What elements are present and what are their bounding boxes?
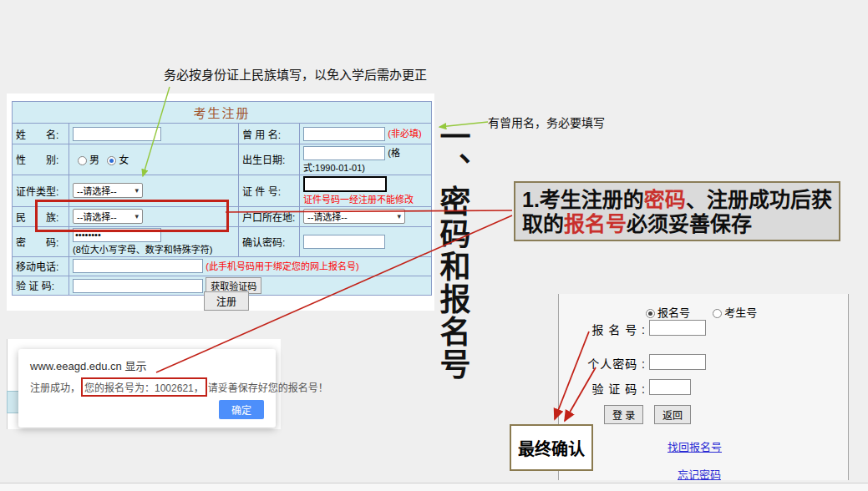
- former-name-input[interactable]: [303, 127, 385, 141]
- login-button[interactable]: 登 录: [604, 405, 643, 424]
- former-name-note: (非必填): [388, 129, 421, 139]
- id-no-input[interactable]: [303, 176, 387, 192]
- regno-radio-label: 报名号: [657, 306, 690, 319]
- residence-label: 户口所在地:: [239, 206, 300, 226]
- chevron-down-icon: ▾: [397, 212, 401, 220]
- name-label: 姓 名:: [13, 124, 69, 144]
- birth-label: 出生日期:: [239, 144, 300, 175]
- password-note: (8位大小写字母、数字和特殊字符): [73, 245, 212, 255]
- registration-form: 考生注册 姓 名: 曾 用 名: (非必填) 性 别: 男 女 出生日期: (格…: [12, 101, 432, 296]
- login-type-radios: 报名号 考生号: [641, 304, 757, 320]
- rule-highlight-box: 1.考生注册的密码、注册成功后获 取的报名号必须妥善保存: [514, 181, 840, 241]
- login-regno-input[interactable]: [649, 320, 706, 336]
- birth-input[interactable]: [303, 146, 385, 160]
- register-button[interactable]: 注册: [204, 291, 249, 311]
- regno-highlight-rect: 您的报名号为：1002621，: [81, 377, 207, 397]
- ethnicity-note: 务必按身份证上民族填写，以免入学后需办更正: [164, 65, 427, 83]
- back-button[interactable]: 返回: [654, 405, 691, 424]
- mobile-input[interactable]: [73, 259, 203, 273]
- id-no-label: 证 件 号:: [239, 175, 300, 206]
- confirm-password-input[interactable]: [303, 235, 385, 249]
- gender-female-radio[interactable]: [107, 156, 116, 165]
- regno-radio[interactable]: [646, 309, 655, 318]
- former-name-note-annotation: 有曾用名，务必要填写: [488, 114, 605, 130]
- former-name-label: 曾 用 名:: [239, 124, 300, 144]
- id-no-note: 证件号码一经注册不能修改: [303, 195, 414, 205]
- id-type-select[interactable]: --请选择-- ▾: [73, 183, 143, 198]
- ok-button[interactable]: 确定: [219, 400, 264, 419]
- mobile-note: (此手机号码用于绑定您的网上报名号): [206, 261, 358, 271]
- gender-male-label: 男: [89, 154, 99, 166]
- browser-alert-dialog: www.eeagd.edu.cn 显示 注册成功，您的报名号为：1002621，…: [18, 349, 276, 428]
- tutorial-page: 务必按身份证上民族填写，以免入学后需办更正 考生注册 姓 名: 曾 用 名: (…: [0, 0, 868, 491]
- name-input[interactable]: [73, 127, 161, 141]
- login-password-label: 个人密码 :: [582, 355, 646, 372]
- find-regno-link[interactable]: 找回报名号: [667, 438, 722, 454]
- final-confirm-box: 最终确认: [510, 424, 593, 471]
- captcha-label: 验 证 码:: [13, 276, 69, 295]
- rule-line-1: 1.考生注册的密码、注册成功后获: [522, 188, 837, 212]
- dialog-title: www.eeagd.edu.cn 显示: [30, 357, 146, 373]
- rule-line-2: 取的报名号必须妥善保存: [522, 212, 837, 236]
- login-password-input[interactable]: [649, 354, 706, 370]
- login-regno-label: 报 名 号 :: [582, 321, 646, 337]
- section-vertical-title: 一、密码和报名号: [432, 120, 472, 381]
- forgot-password-link[interactable]: 忘记密码: [678, 466, 721, 482]
- bottom-strip: [0, 483, 868, 491]
- gender-female-label: 女: [119, 154, 129, 166]
- login-captcha-input[interactable]: [649, 379, 691, 395]
- login-captcha-label: 验 证 码 :: [582, 380, 646, 397]
- form-title: 考生注册: [13, 102, 432, 124]
- examno-radio-label: 考生号: [724, 306, 757, 319]
- mobile-label: 移动电话:: [13, 256, 69, 276]
- dialog-message: 注册成功，您的报名号为：1002621，请妥善保存好您的报名号！: [30, 377, 328, 397]
- residence-select[interactable]: --请选择-- ▾: [303, 209, 405, 224]
- confirm-label: 确认密码:: [239, 226, 300, 256]
- chevron-down-icon: ▾: [135, 186, 139, 195]
- examno-radio[interactable]: [713, 309, 722, 318]
- captcha-input[interactable]: [73, 279, 203, 293]
- password-highlight-rect: [35, 200, 229, 232]
- gender-label: 性 别:: [13, 144, 69, 175]
- gender-male-radio[interactable]: [78, 156, 87, 165]
